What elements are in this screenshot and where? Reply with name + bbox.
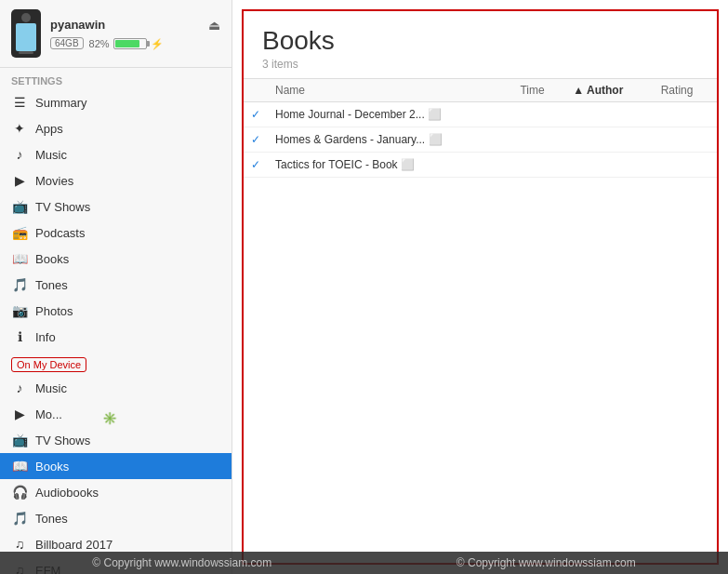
table-header-row: Name Time ▲ Author Rating — [244, 79, 717, 102]
sidebar-item-tones[interactable]: 🎵 Tones — [0, 272, 232, 298]
sidebar-item-summary[interactable]: ☰ Summary — [0, 89, 232, 115]
device-name: pyanawin — [50, 18, 105, 32]
row-author — [565, 127, 653, 153]
sidebar-item-tv-shows[interactable]: 📺 TV Shows — [0, 194, 232, 220]
sidebar-item-photos[interactable]: 📷 Photos — [0, 298, 232, 324]
device-info: pyanawin ⏏ 64GB 82% ⚡ — [50, 18, 220, 50]
charge-icon: ⚡ — [151, 38, 164, 50]
doc-icon: ⬜ — [428, 108, 442, 121]
table-row[interactable]: ✓ Home Journal - December 2... ⬜ — [244, 102, 717, 127]
row-rating — [654, 153, 717, 178]
main-content: Books 3 items Name Time ▲ Author Rating — [232, 0, 728, 574]
battery-percent: 82% — [89, 38, 110, 49]
sidebar-item-label: Billboard 2017 — [35, 538, 113, 552]
sidebar-item-movies[interactable]: ▶ Movies — [0, 167, 232, 194]
sidebar-item-books[interactable]: 📖 Books — [0, 246, 232, 272]
books-device-icon: 📖 — [11, 458, 28, 474]
sidebar-item-label: TV Shows — [35, 200, 90, 214]
sidebar-item-movies-device[interactable]: ▶ Mo... — [0, 401, 232, 427]
device-icon — [11, 9, 41, 58]
eject-button[interactable]: ⏏ — [208, 18, 220, 33]
tones-icon: 🎵 — [11, 276, 28, 293]
sidebar-item-music[interactable]: ♪ Music — [0, 141, 232, 167]
row-name: Tactics for TOEIC - Book ⬜ — [268, 153, 512, 178]
row-author — [565, 102, 653, 127]
music-icon: ♪ — [11, 146, 28, 163]
books-list-table: Name Time ▲ Author Rating ✓ Home Journal… — [244, 78, 717, 178]
row-time — [512, 153, 565, 178]
row-name: Home Journal - December 2... ⬜ — [268, 102, 512, 127]
row-rating — [654, 102, 717, 127]
battery-fill — [115, 40, 139, 47]
sidebar-item-music-device[interactable]: ♪ Music — [0, 375, 232, 401]
row-author — [565, 153, 653, 178]
table-row[interactable]: ✓ Tactics for TOEIC - Book ⬜ — [244, 153, 717, 178]
music-device-icon: ♪ — [11, 380, 28, 396]
sidebar-item-label: Music — [35, 381, 67, 395]
tv-device-icon: 📺 — [11, 432, 28, 448]
device-header: pyanawin ⏏ 64GB 82% ⚡ — [0, 0, 232, 68]
sidebar-item-label: Summary — [35, 96, 87, 110]
row-rating — [654, 127, 717, 153]
sidebar-item-label: Music — [35, 148, 67, 162]
battery-row: 82% ⚡ — [89, 38, 164, 50]
audiobooks-device-icon: 🎧 — [11, 484, 28, 501]
doc-icon: ⬜ — [401, 158, 415, 171]
sidebar-item-label: Mo... — [35, 407, 62, 421]
movies-device-icon: ▶ — [11, 406, 28, 422]
sidebar-item-label: Apps — [35, 122, 63, 136]
sidebar-item-label: Audiobooks — [35, 486, 99, 500]
row-check: ✓ — [244, 153, 268, 178]
billboard-device-icon: ♫ — [11, 536, 28, 553]
sidebar-item-label: Photos — [35, 304, 73, 318]
sidebar-item-label: Movies — [35, 174, 73, 188]
sidebar-item-label: Tones — [35, 278, 68, 292]
photos-icon: 📷 — [11, 302, 28, 319]
sidebar-item-label: Info — [35, 330, 56, 344]
books-count: 3 items — [262, 58, 698, 71]
on-my-device-badge: On My Device — [11, 357, 86, 372]
movies-icon: ▶ — [11, 172, 28, 189]
table-row[interactable]: ✓ Homes & Gardens - January... ⬜ — [244, 127, 717, 153]
sidebar-item-label: Books — [35, 460, 69, 474]
col-check — [244, 79, 268, 102]
books-header: Books 3 items — [244, 11, 717, 78]
sidebar-item-info[interactable]: ℹ Info — [0, 324, 232, 350]
row-name: Homes & Gardens - January... ⬜ — [268, 127, 512, 153]
podcasts-icon: 📻 — [11, 224, 28, 241]
settings-section-label: Settings — [0, 68, 232, 89]
books-icon: 📖 — [11, 250, 28, 267]
col-author[interactable]: ▲ Author — [565, 79, 653, 102]
sidebar-item-label: Podcasts — [35, 226, 85, 240]
sidebar-item-podcasts[interactable]: 📻 Podcasts — [0, 220, 232, 246]
watermark: © Copyright www.windowssiam.com © Copyri… — [0, 552, 728, 574]
info-icon: ℹ — [11, 328, 28, 345]
sidebar-item-label: TV Shows — [35, 434, 90, 447]
sidebar-item-label: Tones — [35, 512, 68, 526]
sidebar-item-apps[interactable]: ✦ Apps — [0, 115, 232, 141]
sidebar-item-label: Books — [35, 252, 69, 266]
books-panel: Books 3 items Name Time ▲ Author Rating — [242, 9, 719, 565]
watermark-text-right: © Copyright www.windowssiam.com — [457, 556, 636, 569]
sidebar: pyanawin ⏏ 64GB 82% ⚡ Settings ☰ Summary… — [0, 0, 232, 574]
device-capacity: 64GB — [50, 37, 84, 49]
sidebar-item-tvshows-device[interactable]: 📺 TV Shows — [0, 427, 232, 453]
sidebar-item-audiobooks-device[interactable]: 🎧 Audiobooks — [0, 479, 232, 505]
row-check: ✓ — [244, 102, 268, 127]
row-time — [512, 102, 565, 127]
col-time[interactable]: Time — [512, 79, 565, 102]
apps-icon: ✦ — [11, 120, 28, 137]
on-my-device-section: On My Device — [0, 350, 232, 375]
doc-icon: ⬜ — [429, 133, 443, 146]
watermark-text-left: © Copyright www.windowssiam.com — [92, 556, 271, 569]
col-rating[interactable]: Rating — [654, 79, 717, 102]
books-table: Name Time ▲ Author Rating ✓ Home Journal… — [244, 78, 717, 563]
battery-bar — [113, 38, 147, 49]
summary-icon: ☰ — [11, 94, 28, 111]
tv-icon: 📺 — [11, 198, 28, 215]
books-title: Books — [262, 26, 698, 56]
sidebar-item-books-device[interactable]: 📖 Books — [0, 453, 232, 479]
row-check: ✓ — [244, 127, 268, 153]
col-name[interactable]: Name — [268, 79, 512, 102]
sidebar-item-tones-device[interactable]: 🎵 Tones — [0, 505, 232, 531]
